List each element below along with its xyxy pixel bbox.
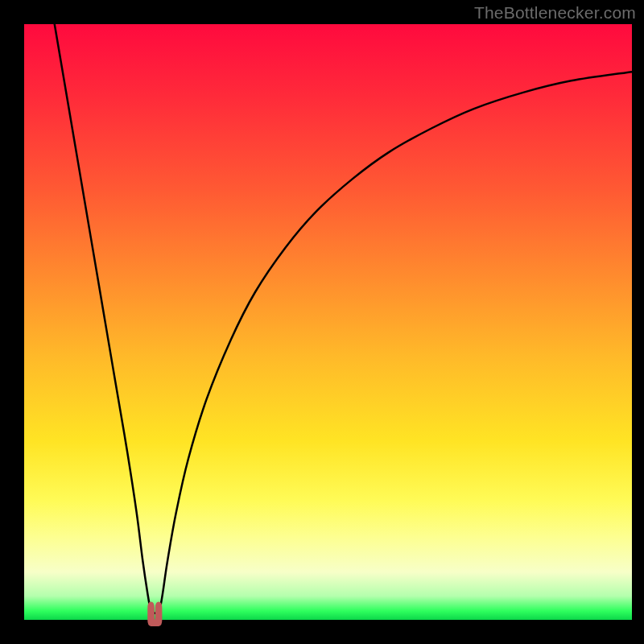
chart-hit-area[interactable]: [24, 24, 632, 620]
chart-root: TheBottlenecker.com: [0, 0, 644, 644]
plot-area: [24, 24, 632, 620]
watermark-text: TheBottlenecker.com: [474, 3, 636, 23]
